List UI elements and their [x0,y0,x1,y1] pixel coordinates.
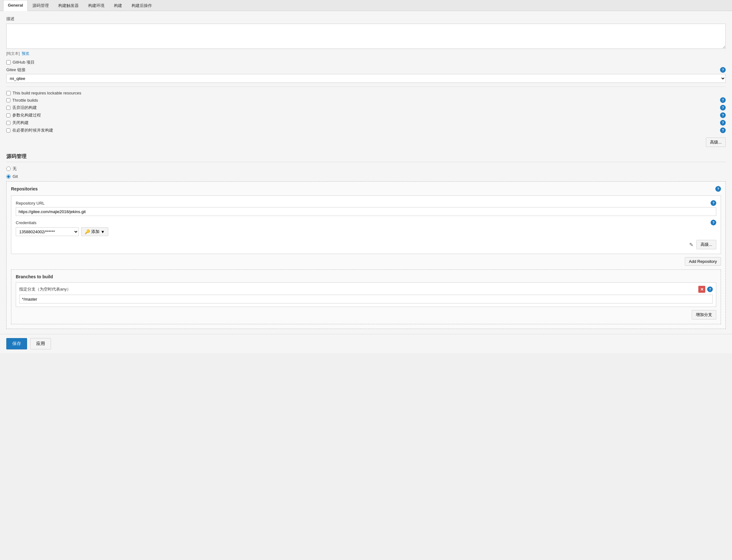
repo-url-label: Repository URL [16,201,45,206]
throttle-checkbox[interactable] [6,98,10,102]
advanced-button[interactable]: 高级... [706,138,726,147]
tab-source[interactable]: 源码管理 [28,0,54,11]
discard-row: 丢弃旧的构建 ? [6,105,726,110]
repo-header: Repositories ? [11,186,721,192]
source-management-title: 源码管理 [6,153,726,162]
radio-none[interactable] [6,167,11,171]
credentials-select[interactable]: 13588024002/****** [16,227,79,236]
repositories-box: Repositories ? Repository URL ? Credenti… [6,181,726,329]
radio-git[interactable] [6,174,11,179]
tab-general[interactable]: General [3,0,28,11]
parameterize-label: 参数化构建过程 [12,112,41,118]
parameterize-checkbox[interactable] [6,113,10,117]
branch-help-icon[interactable]: ? [707,286,713,292]
repo-url-field-row: Repository URL ? [16,200,716,206]
disable-row: 关闭构建 ? [6,120,726,126]
throttle-label: Throttle builds [12,98,38,103]
tab-env[interactable]: 构建环境 [83,0,109,11]
branch-input[interactable] [19,295,713,303]
add-branch-row: 增加分支 [16,310,716,320]
tab-build[interactable]: 构建 [109,0,127,11]
repo-url-help-icon[interactable]: ? [711,200,716,206]
description-label: 描述 [6,16,726,22]
key-icon: 🔑 [85,229,90,234]
repo-advanced-button[interactable]: 高级... [696,240,716,249]
repo-inner-box: Repository URL ? Credentials ? 135880240… [11,195,721,254]
throttle-help-icon[interactable]: ? [720,97,726,103]
lockable-label: This build requires lockable resources [13,91,81,95]
concurrent-label: 在必要的时候并发构建 [12,127,53,133]
add-repository-row: Add Repository [11,257,721,266]
page-container: General 源码管理 构建触发器 构建环境 构建 构建后操作 描述 [纯文本… [0,0,732,560]
lockable-checkbox[interactable] [6,91,11,95]
description-textarea[interactable] [6,24,726,49]
text-format-row: [纯文本] 预览 [6,51,726,56]
tab-trigger[interactable]: 构建触发器 [54,0,83,11]
plain-text-label: [纯文本] [6,51,20,56]
github-checkbox-row: GitHub 项目 [6,59,726,65]
discard-help-icon[interactable]: ? [720,105,726,110]
delete-branch-button[interactable]: ✕ [698,286,705,293]
throttle-row: Throttle builds ? [6,97,726,103]
apply-button[interactable]: 应用 [30,338,51,349]
gitee-select[interactable]: mi_qitee [6,74,726,83]
credentials-help-icon[interactable]: ? [711,220,716,225]
concurrent-help-icon[interactable]: ? [720,127,726,133]
branch-specify-label: 指定分支（为空时代表any） [19,286,71,292]
advanced-btn-row: 高级... [6,138,726,147]
parameterize-help-icon[interactable]: ? [720,112,726,118]
tab-post[interactable]: 构建后操作 [127,0,157,11]
radio-git-row: Git [6,174,726,179]
gitee-help-icon[interactable]: ? [720,67,726,73]
add-credentials-button[interactable]: 🔑 添加 ▼ [81,227,108,236]
credentials-field-row: Credentials ? [16,220,716,225]
none-label: 无 [13,166,17,172]
github-label: GitHub 项目 [13,59,35,65]
repositories-label: Repositories [11,186,38,191]
credentials-row: 13588024002/****** 🔑 添加 ▼ [16,227,716,236]
concurrent-checkbox[interactable] [6,128,10,133]
repo-actions: ✎ 高级... [16,240,716,249]
edit-repo-button[interactable]: ✎ [689,241,694,248]
gitee-field-row: Gitee 链接 ? [6,67,726,73]
tabs-bar: General 源码管理 构建触发器 构建环境 构建 构建后操作 [0,0,732,11]
repo-url-input[interactable] [16,207,716,216]
gitee-link-label: Gitee 链接 [6,67,26,73]
branch-header: Branches to build [16,274,716,279]
add-label: 添加 [91,229,99,235]
save-button[interactable]: 保存 [6,338,27,349]
branch-field-row: 指定分支（为空时代表any） ✕ ? [19,286,713,293]
parameterize-row: 参数化构建过程 ? [6,112,726,118]
bottom-bar: 保存 应用 [0,334,732,353]
branch-item: 指定分支（为空时代表any） ✕ ? [16,282,716,307]
lockable-row: This build requires lockable resources [6,91,726,95]
preview-link[interactable]: 预览 [22,51,29,56]
github-checkbox[interactable] [6,60,11,65]
discard-label: 丢弃旧的构建 [12,105,37,110]
main-content: 描述 [纯文本] 预览 GitHub 项目 Gitee 链接 ? mi_qite… [0,11,732,334]
disable-help-icon[interactable]: ? [720,120,726,126]
disable-checkbox[interactable] [6,121,10,125]
credentials-label: Credentials [16,220,37,225]
branches-box: Branches to build 指定分支（为空时代表any） ✕ ? [11,269,721,324]
disable-label: 关闭构建 [12,120,29,126]
repositories-help-icon[interactable]: ? [715,186,721,192]
branches-label: Branches to build [16,274,53,279]
git-label: Git [13,174,18,179]
add-repository-button[interactable]: Add Repository [685,257,721,266]
add-branch-button[interactable]: 增加分支 [692,310,716,320]
radio-none-row: 无 [6,166,726,172]
chevron-icon: ▼ [101,229,105,234]
discard-checkbox[interactable] [6,106,10,110]
concurrent-row: 在必要的时候并发构建 ? [6,127,726,133]
